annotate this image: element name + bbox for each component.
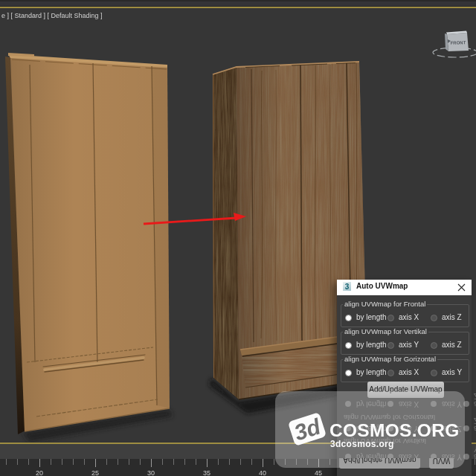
svg-text:45: 45 — [315, 469, 322, 476]
svg-text:40: 40 — [259, 469, 266, 476]
svg-text:35: 35 — [203, 469, 210, 476]
svg-text:30: 30 — [147, 469, 155, 476]
svg-text:20: 20 — [36, 469, 43, 476]
svg-text:FRONT: FRONT — [451, 40, 466, 46]
svg-text:25: 25 — [91, 469, 99, 476]
